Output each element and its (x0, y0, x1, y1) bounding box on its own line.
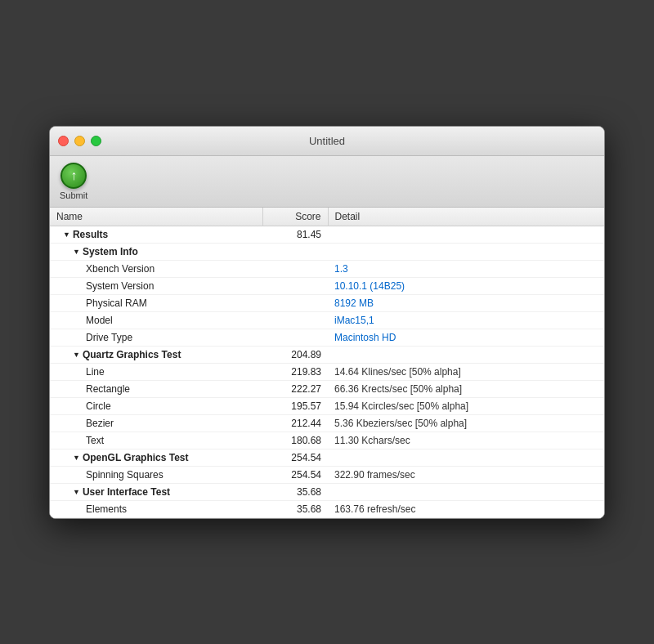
row-score: 219.83 (262, 363, 328, 380)
table-row: ModeliMac15,1 (50, 311, 604, 329)
row-name: Elements (50, 500, 262, 517)
row-detail: 163.76 refresh/sec (328, 500, 604, 517)
row-name: ▼System Info (50, 243, 262, 260)
row-score (262, 260, 328, 277)
row-name: Rectangle (50, 380, 262, 397)
table-row: Text180.6811.30 Kchars/sec (50, 432, 604, 449)
titlebar: Untitled (50, 127, 604, 156)
row-name: Physical RAM (50, 294, 262, 311)
row-name: ▼User Interface Test (50, 483, 262, 500)
row-detail: iMac15,1 (328, 311, 604, 329)
row-name: Text (50, 432, 262, 449)
row-name: Drive Type (50, 329, 262, 346)
row-score (262, 294, 328, 311)
col-header-name: Name (50, 208, 262, 226)
row-score (262, 277, 328, 294)
row-name: Model (50, 311, 262, 329)
toolbar: ↑ Submit (50, 156, 604, 208)
submit-icon: ↑ (60, 163, 87, 189)
table-row: Xbench Version1.3 (50, 260, 604, 277)
row-score: 254.54 (262, 449, 328, 466)
table-row: ▼System Info (50, 243, 604, 260)
row-detail: 322.90 frames/sec (328, 466, 604, 483)
table-row: Elements35.68163.76 refresh/sec (50, 500, 604, 517)
row-score: 81.45 (262, 226, 328, 243)
table-row: Bezier212.445.36 Kbeziers/sec [50% alpha… (50, 414, 604, 432)
row-name: ▼OpenGL Graphics Test (50, 449, 262, 466)
row-score: 212.44 (262, 414, 328, 432)
table-row: Physical RAM8192 MB (50, 294, 604, 311)
row-detail: 14.64 Klines/sec [50% alpha] (328, 363, 604, 380)
traffic-lights (58, 136, 101, 146)
table-row: Rectangle222.2766.36 Krects/sec [50% alp… (50, 380, 604, 397)
close-button[interactable] (58, 136, 69, 146)
row-score: 195.57 (262, 397, 328, 414)
row-name: Xbench Version (50, 260, 262, 277)
row-score: 35.68 (262, 483, 328, 500)
window-title: Untitled (309, 135, 345, 147)
main-window: Untitled ↑ Submit Name Score Detail ▼Res… (49, 126, 605, 519)
submit-button[interactable]: ↑ Submit (60, 163, 87, 200)
table-row: System Version10.10.1 (14B25) (50, 277, 604, 294)
row-score (262, 311, 328, 329)
col-header-detail: Detail (328, 208, 604, 226)
row-name: ▼Quartz Graphics Test (50, 346, 262, 363)
table-header: Name Score Detail (50, 208, 604, 226)
row-score: 254.54 (262, 466, 328, 483)
row-detail (328, 243, 604, 260)
row-detail (328, 226, 604, 243)
submit-label: Submit (60, 190, 87, 200)
row-score: 204.89 (262, 346, 328, 363)
row-detail: 66.36 Krects/sec [50% alpha] (328, 380, 604, 397)
row-detail: Macintosh HD (328, 329, 604, 346)
table-body: ▼Results81.45▼System InfoXbench Version1… (50, 226, 604, 517)
row-score: 180.68 (262, 432, 328, 449)
row-name: System Version (50, 277, 262, 294)
table-row: Line219.8314.64 Klines/sec [50% alpha] (50, 363, 604, 380)
row-detail (328, 346, 604, 363)
collapse-triangle-icon[interactable]: ▼ (63, 230, 70, 239)
row-detail (328, 483, 604, 500)
row-detail: 11.30 Kchars/sec (328, 432, 604, 449)
table-row: ▼Quartz Graphics Test204.89 (50, 346, 604, 363)
results-table: Name Score Detail ▼Results81.45▼System I… (50, 208, 604, 518)
maximize-button[interactable] (91, 136, 101, 146)
upload-arrow-icon: ↑ (70, 169, 77, 182)
row-score (262, 243, 328, 260)
collapse-triangle-icon[interactable]: ▼ (73, 351, 80, 359)
table-row: ▼User Interface Test35.68 (50, 483, 604, 500)
row-name: Line (50, 363, 262, 380)
row-detail: 1.3 (328, 260, 604, 277)
row-detail: 5.36 Kbeziers/sec [50% alpha] (328, 414, 604, 432)
row-name: Bezier (50, 414, 262, 432)
results-table-container: Name Score Detail ▼Results81.45▼System I… (50, 208, 604, 518)
row-score: 35.68 (262, 500, 328, 517)
table-row: Drive TypeMacintosh HD (50, 329, 604, 346)
collapse-triangle-icon[interactable]: ▼ (73, 454, 80, 462)
row-name: ▼Results (50, 226, 262, 243)
minimize-button[interactable] (74, 136, 85, 146)
table-row: Circle195.5715.94 Kcircles/sec [50% alph… (50, 397, 604, 414)
row-name: Spinning Squares (50, 466, 262, 483)
row-name: Circle (50, 397, 262, 414)
collapse-triangle-icon[interactable]: ▼ (73, 248, 80, 256)
row-detail: 8192 MB (328, 294, 604, 311)
table-row: ▼Results81.45 (50, 226, 604, 243)
row-detail (328, 449, 604, 466)
row-score (262, 329, 328, 346)
col-header-score: Score (262, 208, 328, 226)
row-detail: 15.94 Kcircles/sec [50% alpha] (328, 397, 604, 414)
row-score: 222.27 (262, 380, 328, 397)
collapse-triangle-icon[interactable]: ▼ (73, 488, 80, 496)
table-row: ▼OpenGL Graphics Test254.54 (50, 449, 604, 466)
row-detail: 10.10.1 (14B25) (328, 277, 604, 294)
table-row: Spinning Squares254.54322.90 frames/sec (50, 466, 604, 483)
